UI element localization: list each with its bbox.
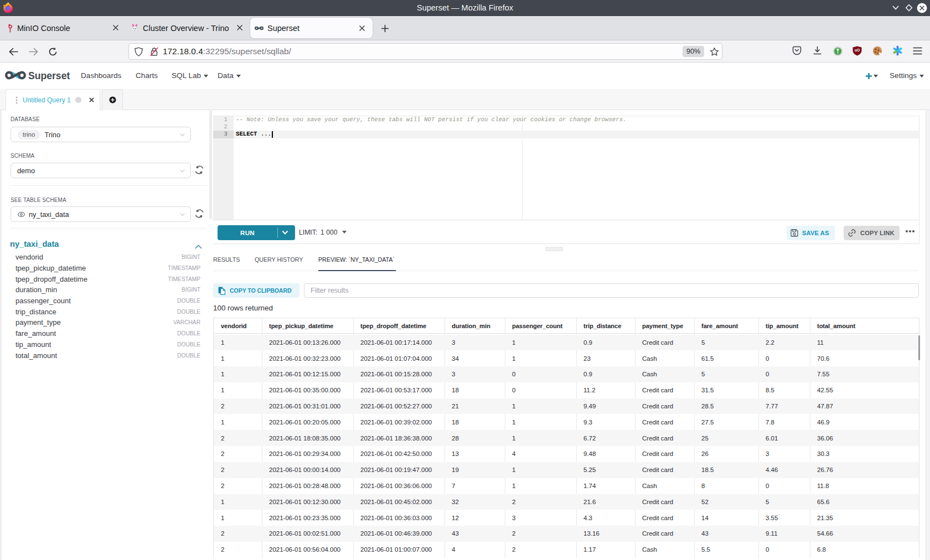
svg-text:uO: uO [855,48,860,52]
